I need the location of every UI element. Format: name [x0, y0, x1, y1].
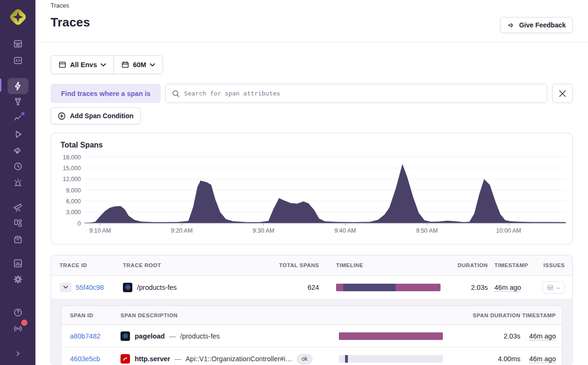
col-timestamp[interactable]: TIMESTAMP [488, 262, 542, 268]
sidebar-item-alerts[interactable] [8, 175, 28, 190]
trace-timestamp[interactable]: 46m ago [494, 284, 521, 292]
svg-text:9:30 AM: 9:30 AM [253, 227, 275, 234]
org-logo[interactable] [8, 7, 28, 27]
col-timeline[interactable]: TIMELINE [336, 262, 441, 268]
trace-root-name[interactable]: /products-fes [137, 284, 177, 291]
span-op: http.server [135, 355, 170, 363]
calendar-icon [121, 61, 129, 69]
total-spans-area-chart: 03,0006,0009,00012,00015,00018,0009:10 A… [51, 133, 572, 243]
issues-icon [12, 38, 24, 50]
col-duration[interactable]: DURATION [441, 262, 488, 268]
give-feedback-button[interactable]: Give Feedback [500, 17, 573, 33]
traces-table: TRACE ID TRACE ROOT TOTAL SPANS TIMELINE… [51, 255, 573, 365]
trace-issues-value: – [556, 284, 560, 291]
search-icon [172, 90, 180, 97]
environment-filter[interactable]: All Envs [51, 56, 113, 74]
sidebar-item-stats[interactable] [8, 256, 28, 270]
sidebar-item-insights[interactable] [8, 111, 28, 125]
col-trace-id[interactable]: TRACE ID [60, 262, 123, 268]
span-search-input[interactable] [184, 90, 541, 97]
insights-notification-dot [21, 112, 25, 116]
span-id-link[interactable]: 4603e5cb [70, 355, 100, 363]
span-duration: 2.03s [443, 332, 520, 340]
span-id-link[interactable]: a80b7482 [70, 332, 101, 340]
svg-text:?: ? [16, 310, 19, 315]
span-row: a80b7482 pageload — /products-fes 2.03s … [61, 325, 562, 348]
span-search-box[interactable] [165, 84, 547, 103]
whats-new-notification-dot [21, 320, 27, 326]
chevron-down-icon [150, 63, 155, 67]
breadcrumb[interactable]: Traces [51, 2, 573, 9]
environment-filter-label: All Envs [70, 61, 97, 69]
svg-text:0: 0 [78, 220, 81, 227]
page-title: Traces [51, 15, 573, 30]
span-description[interactable]: Api::V1::OrganizationController#i… [185, 355, 292, 363]
react-platform-icon [123, 283, 132, 292]
sidebar-item-replays[interactable] [8, 127, 28, 141]
sidebar-collapse-button[interactable] [8, 347, 28, 361]
span-description[interactable]: /products-fes [180, 332, 220, 340]
traces-icon [12, 80, 24, 92]
span-timestamp[interactable]: 46m ago [529, 332, 556, 340]
spans-table-header: SPAN ID SPAN DESCRIPTION SPAN DURATION T… [61, 306, 562, 325]
col-total-spans[interactable]: TOTAL SPANS [262, 262, 319, 268]
trace-duration: 2.03s [441, 284, 488, 291]
col-span-description[interactable]: SPAN DESCRIPTION [121, 313, 339, 318]
megaphone-icon [12, 145, 24, 156]
sidebar-item-feedback[interactable] [8, 143, 28, 157]
history-icon [12, 161, 24, 172]
col-span-timestamp[interactable]: TIMESTAMP [520, 313, 556, 318]
archive-icon [12, 234, 24, 245]
issues-icon [547, 284, 553, 291]
sidebar-item-issues[interactable] [8, 37, 28, 51]
add-span-condition-button[interactable]: Add Span Condition [51, 107, 141, 124]
chart-title: Total Spans [61, 141, 103, 149]
trace-id-link[interactable]: 55f40c98 [76, 284, 104, 291]
col-span-duration[interactable]: SPAN DURATION [443, 313, 520, 318]
dashboards-icon [12, 217, 24, 229]
span-timestamp[interactable]: 46m ago [529, 355, 556, 363]
sidebar-nav: ? [0, 27, 35, 361]
col-trace-root[interactable]: TRACE ROOT [123, 262, 262, 268]
span-op: pageload [135, 332, 165, 340]
time-range-filter[interactable]: 60M [114, 56, 163, 74]
span-duration-bar [339, 332, 443, 340]
col-issues[interactable]: ISSUES [542, 262, 565, 268]
svg-text:9:20 AM: 9:20 AM [171, 227, 193, 234]
sidebar-item-settings[interactable] [8, 272, 28, 287]
sidebar-item-profiling[interactable] [8, 95, 28, 109]
trace-issues-button[interactable]: – [542, 281, 565, 294]
add-span-condition-label: Add Span Condition [70, 112, 134, 120]
sidebar-item-whats-new[interactable] [8, 322, 28, 336]
flashlight-icon [12, 96, 24, 107]
sidebar-item-releases[interactable] [8, 159, 28, 174]
sidebar-item-archive[interactable] [8, 232, 28, 246]
col-span-id[interactable]: SPAN ID [70, 313, 121, 318]
sidebar-item-dashboards[interactable] [8, 216, 28, 230]
sidebar-item-traces[interactable] [8, 78, 28, 94]
svg-text:9:10 AM: 9:10 AM [89, 227, 111, 234]
sidebar-item-help[interactable]: ? [8, 305, 28, 320]
org-logo-icon [8, 7, 28, 27]
chevron-down-icon [101, 63, 106, 67]
svg-text:9:50 AM: 9:50 AM [416, 227, 438, 234]
clear-search-button[interactable] [552, 84, 573, 103]
replays-icon [12, 129, 24, 140]
svg-text:18,000: 18,000 [63, 154, 81, 161]
svg-text:12,000: 12,000 [63, 176, 81, 182]
collapse-trace-button[interactable] [60, 283, 72, 292]
rails-platform-icon [121, 354, 130, 364]
sidebar-item-projects[interactable] [8, 53, 28, 68]
time-range-filter-label: 60M [133, 61, 146, 69]
plus-circle-icon [58, 112, 66, 120]
span-duration-bar [339, 355, 443, 363]
span-op-separator: — [169, 332, 176, 340]
trace-total-spans: 624 [262, 284, 319, 291]
span-op-separator: — [174, 355, 182, 363]
chevron-down-icon [63, 286, 68, 289]
active-nav-indicator [0, 78, 1, 92]
help-icon: ? [12, 307, 24, 318]
sidebar-item-discover[interactable] [8, 200, 28, 214]
span-search-row: Find traces where a span is [51, 84, 573, 103]
megaphone-icon [507, 21, 515, 29]
